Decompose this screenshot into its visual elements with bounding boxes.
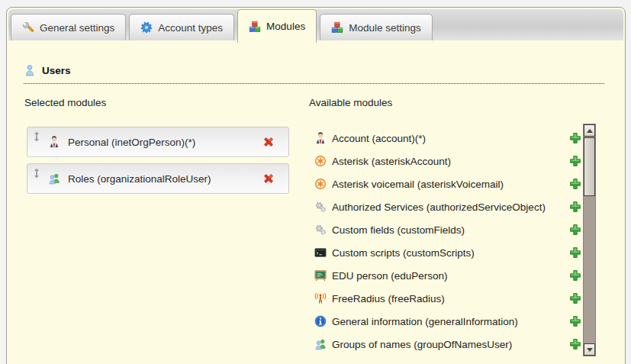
module-label: Asterisk (asteriskAccount) — [332, 156, 451, 167]
configuration-window: General settingsAccount typesModulesModu… — [6, 7, 626, 364]
available-modules-label: Available modules — [309, 97, 392, 108]
module-label: Custom fields (customFields) — [332, 224, 465, 236]
scrollbar-thumb[interactable] — [584, 137, 595, 196]
available-module-row: Account (account)(*) — [307, 127, 583, 150]
antenna-icon — [314, 292, 327, 304]
module-label: EDU person (eduPerson) — [332, 270, 448, 282]
remove-module-button[interactable] — [262, 172, 275, 185]
terminal-icon — [314, 246, 327, 259]
user-icon — [24, 64, 36, 76]
add-module-button[interactable] — [569, 338, 581, 350]
add-module-button[interactable] — [569, 132, 581, 144]
wrench-icon — [22, 21, 34, 34]
available-module-row: FreeRadius (freeRadius) — [307, 287, 583, 310]
tab-label: Account types — [158, 22, 223, 34]
module-label: General information (generalInformation) — [332, 316, 518, 327]
available-modules-box: Account (account)(*)Asterisk (asteriskAc… — [307, 124, 596, 356]
selected-modules-label: Selected modules — [24, 97, 106, 108]
add-module-button[interactable] — [569, 269, 581, 282]
chalkboard-icon — [314, 269, 327, 282]
users-section-header: Users — [24, 64, 604, 84]
available-module-row: Asterisk (asteriskAccount) — [307, 150, 583, 172]
available-module-row: Custom scripts (customScripts) — [307, 241, 583, 264]
available-module-row: EDU person (eduPerson) — [307, 264, 583, 287]
person-icon — [314, 132, 327, 144]
add-module-button[interactable] — [569, 201, 581, 213]
selected-modules-list: Personal (inetOrgPerson)(*)Roles (organi… — [27, 127, 289, 200]
available-module-row: General information (generalInformation) — [307, 310, 583, 333]
module-label: Roles (organizationalRoleUser) — [68, 173, 211, 185]
remove-module-button[interactable] — [262, 136, 275, 148]
info-icon — [314, 315, 327, 327]
tab-general-settings[interactable]: General settings — [11, 14, 126, 40]
available-modules-list: Account (account)(*)Asterisk (asteriskAc… — [307, 124, 583, 356]
scroll-down-button[interactable] — [584, 343, 595, 356]
tab-account-types[interactable]: Account types — [129, 14, 234, 40]
tab-bar: General settingsAccount typesModulesModu… — [8, 9, 623, 40]
selected-module-row[interactable]: Roles (organizationalRoleUser) — [27, 163, 289, 194]
add-module-button[interactable] — [569, 246, 581, 259]
tab-module-settings[interactable]: Module settings — [320, 14, 433, 40]
selected-module-row[interactable]: Personal (inetOrgPerson)(*) — [27, 127, 289, 157]
module-label: Custom scripts (customScripts) — [332, 247, 475, 259]
modules-icon — [249, 21, 261, 33]
asterisk-icon — [314, 178, 327, 190]
add-module-button[interactable] — [569, 315, 581, 327]
tab-modules[interactable]: Modules — [237, 9, 317, 43]
add-module-button[interactable] — [569, 224, 581, 236]
module-label: Personal (inetOrgPerson)(*) — [68, 137, 195, 148]
module-label: Authorized Services (authorizedServiceOb… — [332, 201, 546, 213]
module-label: Groups of names (groupOfNamesUser) — [332, 339, 512, 350]
add-module-button[interactable] — [569, 178, 581, 190]
available-module-row: Groups of names (groupOfNamesUser) — [307, 333, 583, 356]
person-icon — [48, 136, 60, 148]
add-module-button[interactable] — [569, 292, 581, 304]
drag-updown-icon[interactable] — [33, 131, 40, 142]
add-module-button[interactable] — [569, 155, 581, 167]
tab-label: Module settings — [349, 22, 421, 34]
group-icon — [48, 172, 60, 185]
scroll-up-button[interactable] — [584, 124, 595, 137]
account-types-icon — [140, 21, 153, 34]
available-module-row: Custom fields (customFields) — [307, 218, 583, 241]
modules-icon — [331, 21, 343, 34]
available-module-row: Asterisk voicemail (asteriskVoicemail) — [307, 172, 583, 195]
module-label: FreeRadius (freeRadius) — [332, 293, 445, 304]
module-label: Asterisk voicemail (asteriskVoicemail) — [332, 179, 504, 190]
drag-updown-icon[interactable] — [33, 168, 40, 179]
gears-icon — [314, 201, 327, 213]
tab-label: General settings — [40, 22, 114, 34]
group-icon — [314, 338, 327, 350]
gears-icon — [314, 224, 327, 236]
available-module-row: Authorized Services (authorizedServiceOb… — [307, 195, 583, 218]
module-label: Account (account)(*) — [332, 133, 426, 144]
section-title: Users — [42, 65, 71, 76]
tab-label: Modules — [266, 21, 305, 32]
asterisk-icon — [314, 155, 327, 167]
scrollbar-track[interactable] — [583, 124, 596, 356]
